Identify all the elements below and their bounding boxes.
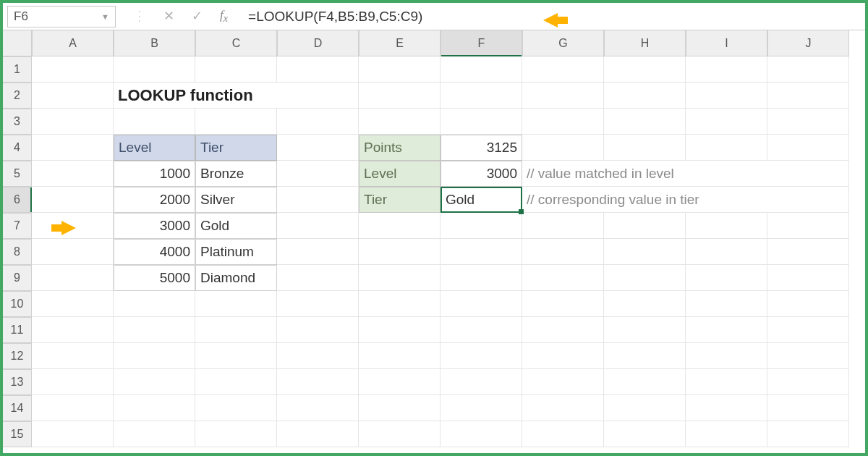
row-head-15[interactable]: 15 — [3, 421, 32, 447]
level-value[interactable]: 3000 — [441, 161, 522, 187]
select-all-corner[interactable] — [3, 30, 32, 56]
worksheet-grid[interactable]: A B C D E F G H I J 1 2 LOOKUP function … — [3, 30, 865, 447]
annotation-level: // value matched in level — [522, 161, 849, 187]
col-head-F[interactable]: F — [441, 30, 522, 56]
formula-bar: F6 ▼ ⋮ ✕ ✓ fx — [3, 3, 865, 30]
table-row[interactable]: Diamond — [195, 265, 277, 291]
row-head-9[interactable]: 9 — [3, 265, 32, 291]
table-row[interactable]: Bronze — [195, 161, 277, 187]
tier-label[interactable]: Tier — [359, 187, 441, 213]
formula-bar-icons: ⋮ ✕ ✓ fx — [124, 8, 237, 25]
table-header-tier[interactable]: Tier — [195, 135, 277, 161]
col-head-B[interactable]: B — [114, 30, 195, 56]
table-row[interactable]: 5000 — [114, 265, 195, 291]
col-head-J[interactable]: J — [767, 30, 849, 56]
row-head-5[interactable]: 5 — [3, 161, 32, 187]
table-row[interactable]: Gold — [195, 213, 277, 239]
level-label[interactable]: Level — [359, 161, 441, 187]
cancel-icon[interactable]: ✕ — [163, 8, 174, 24]
row-head-11[interactable]: 11 — [3, 317, 32, 343]
name-box-value: F6 — [14, 9, 28, 24]
row-head-13[interactable]: 13 — [3, 369, 32, 395]
separator-icon: ⋮ — [133, 8, 146, 24]
page-title: LOOKUP function — [114, 83, 359, 109]
col-head-G[interactable]: G — [522, 30, 604, 56]
row-head-4[interactable]: 4 — [3, 135, 32, 161]
points-label[interactable]: Points — [359, 135, 441, 161]
table-row[interactable]: 3000 — [114, 213, 195, 239]
row-head-14[interactable]: 14 — [3, 395, 32, 421]
row-head-6[interactable]: 6 — [3, 187, 32, 213]
table-row[interactable]: 4000 — [114, 239, 195, 265]
row-head-12[interactable]: 12 — [3, 343, 32, 369]
chevron-down-icon[interactable]: ▼ — [101, 12, 109, 21]
row-head-10[interactable]: 10 — [3, 291, 32, 317]
table-row[interactable]: 1000 — [114, 161, 195, 187]
arrow-annotation-icon — [543, 13, 558, 28]
arrow-annotation-icon — [61, 221, 76, 235]
row-head-3[interactable]: 3 — [3, 109, 32, 135]
fx-icon[interactable]: fx — [220, 8, 228, 25]
tier-value[interactable]: Gold — [441, 187, 522, 213]
table-row[interactable]: Silver — [195, 187, 277, 213]
row-head-8[interactable]: 8 — [3, 239, 32, 265]
col-head-D[interactable]: D — [277, 30, 359, 56]
col-head-I[interactable]: I — [686, 30, 767, 56]
table-header-level[interactable]: Level — [114, 135, 195, 161]
annotation-tier: // corresponding value in tier — [522, 187, 849, 213]
row-head-2[interactable]: 2 — [3, 83, 32, 109]
col-head-H[interactable]: H — [604, 30, 686, 56]
name-box[interactable]: F6 ▼ — [7, 6, 116, 28]
row-head-7[interactable]: 7 — [3, 213, 32, 239]
col-head-C[interactable]: C — [195, 30, 277, 56]
col-head-A[interactable]: A — [32, 30, 114, 56]
points-value[interactable]: 3125 — [441, 135, 522, 161]
table-row[interactable]: 2000 — [114, 187, 195, 213]
table-row[interactable]: Platinum — [195, 239, 277, 265]
confirm-icon[interactable]: ✓ — [192, 8, 203, 24]
row-head-1[interactable]: 1 — [3, 56, 32, 83]
col-head-E[interactable]: E — [359, 30, 441, 56]
